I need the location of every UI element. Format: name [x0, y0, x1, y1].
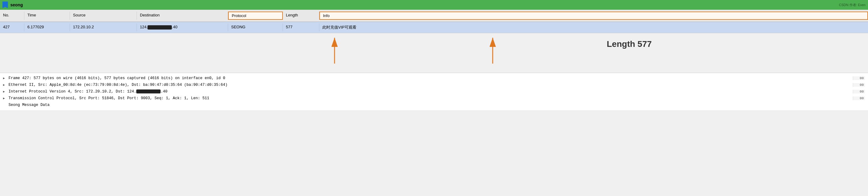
length-annotation: Length 577	[607, 39, 652, 49]
hex-ethernet: 00	[853, 83, 865, 87]
detail-row-seong[interactable]: Seong Message Data	[3, 102, 865, 108]
col-no: No.	[0, 11, 24, 20]
col-source: Source	[70, 11, 137, 20]
detail-text-ip: Internet Protocol Version 4, Src: 172.20…	[8, 89, 853, 94]
cell-length: 577	[283, 23, 319, 31]
detail-row-tcp[interactable]: ▶ Transmission Control Protocol, Src Por…	[3, 95, 865, 102]
table-header: No. Time Source Destination Protocol Len…	[0, 10, 868, 22]
bookmark-icon	[2, 2, 8, 8]
watermark: CSDN 作者: Even	[839, 3, 866, 7]
arrow-svg	[0, 33, 868, 73]
col-length: Length	[283, 11, 319, 20]
expand-icon-tcp: ▶	[3, 96, 7, 100]
expand-icon-frame: ▶	[3, 76, 7, 80]
dest-prefix: 124.	[140, 25, 148, 29]
cell-time: 6.177029	[24, 23, 70, 31]
cell-no: 427	[0, 23, 24, 31]
hex-tcp: 00	[853, 96, 865, 100]
detail-row-ethernet[interactable]: ▶ Ethernet II, Src: Apple_00:8d:4e (ec:7…	[3, 82, 865, 88]
detail-text-ethernet: Ethernet II, Src: Apple_00:8d:4e (ec:73:…	[8, 83, 853, 87]
redacted-ip	[148, 25, 172, 30]
expand-icon-ip: ▶	[3, 90, 7, 93]
cell-info: 此时充值VIP可观看	[319, 23, 868, 31]
col-time: Time	[24, 11, 70, 20]
hex-ip: 00	[853, 90, 865, 93]
title-bar: seong CSDN 作者: Even	[0, 0, 868, 10]
cell-protocol: SEONG	[228, 23, 283, 31]
col-info: Info	[319, 11, 868, 20]
detail-area: ▶ Frame 427: 577 bytes on wire (4616 bit…	[0, 73, 868, 110]
expand-icon-ethernet: ▶	[3, 83, 7, 87]
col-destination: Destination	[137, 11, 228, 20]
detail-row-frame[interactable]: ▶ Frame 427: 577 bytes on wire (4616 bit…	[3, 75, 865, 82]
col-protocol: Protocol	[228, 11, 283, 20]
detail-row-ip[interactable]: ▶ Internet Protocol Version 4, Src: 172.…	[3, 88, 865, 95]
dest-suffix: .40	[172, 25, 177, 29]
expand-icon-seong	[3, 104, 7, 107]
detail-text-frame: Frame 427: 577 bytes on wire (4616 bits)…	[8, 76, 853, 80]
detail-text-tcp: Transmission Control Protocol, Src Port:…	[8, 96, 853, 101]
cell-destination: 124. .40	[137, 23, 228, 31]
hex-frame: 00	[853, 76, 865, 80]
packet-table: No. Time Source Destination Protocol Len…	[0, 10, 868, 33]
detail-text-seong: Seong Message Data	[8, 103, 853, 107]
table-row[interactable]: 427 6.177029 172.20.10.2 124. .40 SEONG …	[0, 22, 868, 33]
cell-source: 172.20.10.2	[70, 23, 137, 31]
window-title: seong	[10, 2, 23, 7]
annotation-area: Length 577	[0, 33, 868, 73]
main-layout: No. Time Source Destination Protocol Len…	[0, 10, 868, 196]
